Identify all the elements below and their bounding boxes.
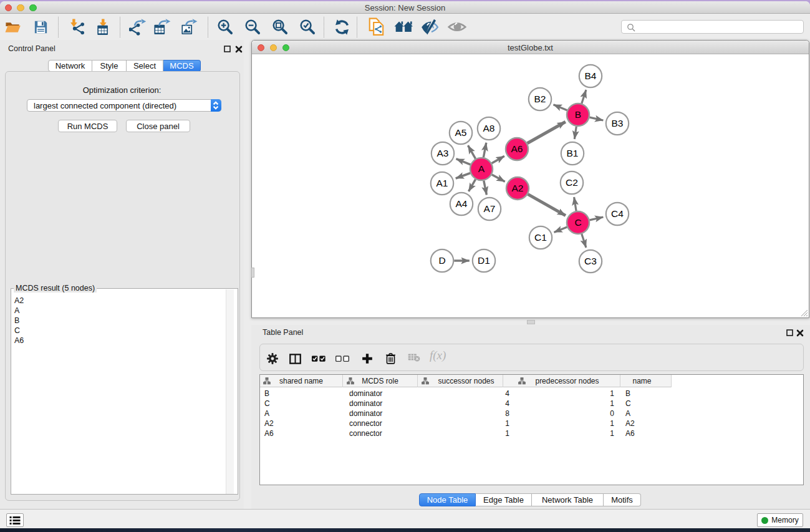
svg-text:A5: A5 <box>455 127 467 138</box>
svg-text:A1: A1 <box>436 178 448 188</box>
svg-text:B3: B3 <box>612 118 624 128</box>
svg-text:B2: B2 <box>534 94 546 104</box>
svg-text:B: B <box>575 109 581 120</box>
svg-text:A7: A7 <box>484 203 496 214</box>
svg-text:D1: D1 <box>478 255 490 266</box>
svg-text:C: C <box>574 217 581 228</box>
svg-text:A2: A2 <box>512 183 524 193</box>
svg-text:C3: C3 <box>584 256 597 266</box>
svg-text:A6: A6 <box>511 143 523 154</box>
svg-text:D: D <box>438 255 445 266</box>
svg-text:C4: C4 <box>611 208 624 219</box>
svg-text:B1: B1 <box>567 148 579 158</box>
svg-text:B4: B4 <box>585 70 597 81</box>
svg-text:A3: A3 <box>437 148 449 158</box>
svg-text:A4: A4 <box>456 198 468 209</box>
svg-text:A8: A8 <box>483 123 495 133</box>
svg-text:A: A <box>478 163 485 174</box>
svg-text:C2: C2 <box>566 177 578 188</box>
svg-text:C1: C1 <box>534 232 547 243</box>
